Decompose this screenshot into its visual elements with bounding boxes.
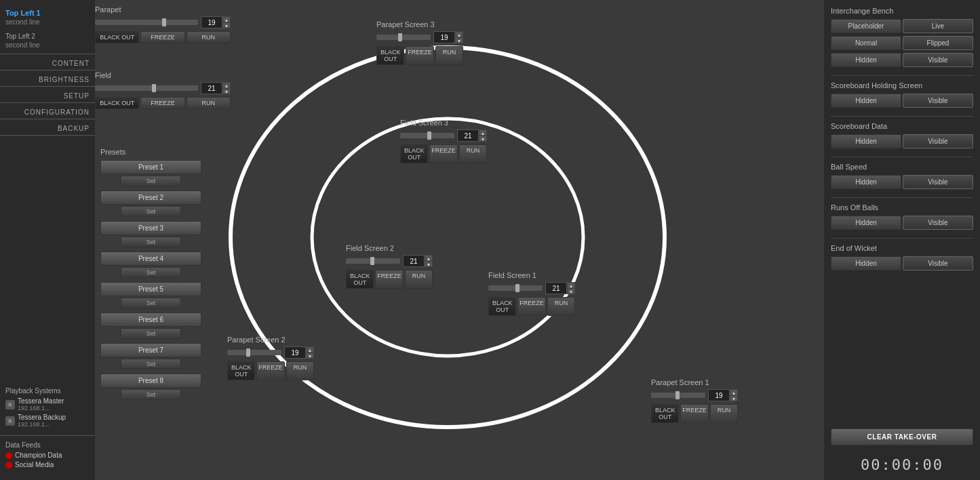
parapet-screen2-track[interactable] bbox=[227, 350, 281, 355]
setup-label[interactable]: SETUP bbox=[0, 88, 95, 101]
interchange-hidden-btn[interactable]: Hidden bbox=[831, 53, 901, 67]
field-screen3-black-out[interactable]: BLACK OUT bbox=[400, 144, 428, 163]
scoreboard-holding-visible-btn[interactable]: Visible bbox=[903, 94, 973, 108]
parapet-screen2-value-spin: 19 ▲ ▼ bbox=[284, 346, 314, 359]
field-screen2-value[interactable]: 21 bbox=[403, 255, 425, 267]
field-screen3-value[interactable]: 21 bbox=[457, 129, 479, 142]
parapet-screen1-spin-up[interactable]: ▲ bbox=[730, 389, 738, 395]
field-screen1-track[interactable] bbox=[488, 285, 543, 291]
parapet-screen1-spin-down[interactable]: ▼ bbox=[730, 395, 738, 401]
parapet-screen2-run[interactable]: RUN bbox=[286, 361, 314, 380]
runs-off-balls-visible-btn[interactable]: Visible bbox=[903, 216, 973, 230]
parapet-screen1-track[interactable] bbox=[651, 393, 705, 398]
parapet-screen3-spin-down[interactable]: ▼ bbox=[455, 37, 463, 43]
content-label[interactable]: CONTENT bbox=[0, 56, 95, 68]
field-screen1-value[interactable]: 21 bbox=[545, 282, 567, 294]
clear-takeover-btn[interactable]: CLEAR TAKE-OVER bbox=[831, 428, 973, 445]
field-screen2-spin-up[interactable]: ▲ bbox=[425, 255, 433, 261]
top-left-2-line2: second line bbox=[5, 41, 90, 49]
field-screen2-freeze[interactable]: FREEZE bbox=[375, 270, 404, 289]
interchange-flipped-btn[interactable]: Flipped bbox=[903, 36, 973, 50]
end-of-wicket-visible-btn[interactable]: Visible bbox=[903, 256, 973, 271]
playback-item-master: ▣ Tessera Master 192.168.1... bbox=[5, 397, 90, 412]
field-screen2-spin-down[interactable]: ▼ bbox=[425, 261, 433, 267]
parapet-screen2-btn-row: BLACK OUT FREEZE RUN bbox=[227, 361, 314, 380]
field-screen2-run[interactable]: RUN bbox=[405, 270, 433, 289]
interchange-bench-title: Interchange Bench bbox=[831, 7, 973, 15]
parapet-screen2-thumb[interactable] bbox=[246, 348, 250, 357]
parapet-screen1-value[interactable]: 19 bbox=[708, 389, 730, 401]
field-screen3-spin-down[interactable]: ▼ bbox=[479, 136, 487, 142]
field-screen1-section: Field Screen 1 21 ▲ ▼ BLACK OUT FREEZE R… bbox=[488, 271, 575, 319]
parapet-screen3-track[interactable] bbox=[376, 35, 431, 40]
field-screen2-thumb[interactable] bbox=[370, 257, 374, 265]
parapet-screen2-black-out[interactable]: BLACK OUT bbox=[227, 361, 255, 380]
parapet-screen3-run[interactable]: RUN bbox=[435, 46, 463, 65]
field-screen2-spinner[interactable]: ▲ ▼ bbox=[425, 255, 433, 267]
field-screen1-spin-down[interactable]: ▼ bbox=[567, 288, 575, 294]
field-screen2-track[interactable] bbox=[346, 258, 400, 264]
parapet-screen3-black-out[interactable]: BLACK OUT bbox=[376, 46, 404, 65]
parapet-screen3-spinner[interactable]: ▲ ▼ bbox=[455, 31, 463, 43]
parapet-screen3-value[interactable]: 19 bbox=[433, 31, 455, 43]
parapet-screen2-spin-down[interactable]: ▼ bbox=[306, 353, 314, 359]
parapet-screen2-spinner[interactable]: ▲ ▼ bbox=[306, 346, 314, 359]
field-screen3-title: Field Screen 3 bbox=[400, 119, 487, 127]
scoreboard-data-hidden-btn[interactable]: Hidden bbox=[831, 134, 901, 148]
field-screen1-spin-up[interactable]: ▲ bbox=[567, 282, 575, 288]
scoreboard-holding-title: Scoreboard Holding Screen bbox=[831, 81, 973, 89]
scoreboard-data-visible-btn[interactable]: Visible bbox=[903, 134, 973, 148]
stadium-svg bbox=[210, 20, 685, 454]
playback-systems: Playback Systems ▣ Tessera Master 192.16… bbox=[0, 383, 95, 434]
runs-off-balls-title: Runs Off Balls bbox=[831, 203, 973, 212]
playback-label: Playback Systems bbox=[5, 387, 90, 395]
parapet-screen1-black-out[interactable]: BLACK OUT bbox=[651, 404, 679, 423]
configuration-label[interactable]: CONFIGURATION bbox=[0, 104, 95, 117]
brightness-label[interactable]: BRIGHTNESS bbox=[0, 72, 95, 85]
field-screen3-section: Field Screen 3 21 ▲ ▼ BLACK OUT FREEZE R… bbox=[400, 119, 487, 166]
field-screen1-black-out[interactable]: BLACK OUT bbox=[488, 297, 516, 316]
interchange-live-btn[interactable]: Live bbox=[903, 19, 973, 33]
interchange-visible-btn[interactable]: Visible bbox=[903, 53, 973, 67]
scoreboard-holding-hidden-btn[interactable]: Hidden bbox=[831, 94, 901, 108]
backup-label[interactable]: BACKUP bbox=[0, 121, 95, 134]
parapet-screen2-value[interactable]: 19 bbox=[284, 346, 306, 359]
field-screen3-spin-up[interactable]: ▲ bbox=[479, 129, 487, 136]
interchange-normal-btn[interactable]: Normal bbox=[831, 36, 901, 50]
interchange-hidden-visible-row: Hidden Visible bbox=[831, 53, 973, 67]
field-screen3-spinner[interactable]: ▲ ▼ bbox=[479, 129, 487, 142]
field-screen2-title: Field Screen 2 bbox=[346, 244, 433, 252]
parapet-screen1-spinner[interactable]: ▲ ▼ bbox=[730, 389, 738, 401]
playback-name-backup: Tessera Backup bbox=[18, 414, 66, 421]
parapet-screen3-spin-up[interactable]: ▲ bbox=[455, 31, 463, 37]
parapet-screen1-freeze[interactable]: FREEZE bbox=[680, 404, 709, 423]
field-screen2-black-out[interactable]: BLACK OUT bbox=[346, 270, 374, 289]
field-screen3-track[interactable] bbox=[400, 133, 454, 138]
field-screen1-spinner[interactable]: ▲ ▼ bbox=[567, 282, 575, 294]
field-screen1-run[interactable]: RUN bbox=[547, 297, 575, 316]
field-screen1-value-spin: 21 ▲ ▼ bbox=[545, 282, 575, 294]
parapet-screen3-section: Parapet Screen 3 19 ▲ ▼ BLACK OUT FREEZE… bbox=[376, 20, 463, 68]
interchange-placeholder-btn[interactable]: Placeholder bbox=[831, 19, 901, 33]
parapet-screen3-freeze[interactable]: FREEZE bbox=[406, 46, 434, 65]
ball-speed-hidden-btn[interactable]: Hidden bbox=[831, 175, 901, 189]
parapet-screen3-thumb[interactable] bbox=[398, 33, 402, 41]
ball-speed-visible-btn[interactable]: Visible bbox=[903, 175, 973, 189]
runs-off-balls-hidden-btn[interactable]: Hidden bbox=[831, 216, 901, 230]
parapet-screen1-btn-row: BLACK OUT FREEZE RUN bbox=[651, 404, 738, 423]
field-screen3-run[interactable]: RUN bbox=[459, 144, 487, 163]
field-screen1-freeze[interactable]: FREEZE bbox=[517, 297, 546, 316]
parapet-screen1-title: Parapet Screen 1 bbox=[651, 378, 738, 386]
feed-name-champion: Champion Data bbox=[15, 452, 62, 459]
field-screen3-thumb[interactable] bbox=[427, 132, 431, 140]
parapet-screen1-thumb[interactable] bbox=[675, 391, 680, 399]
playback-icon-master: ▣ bbox=[5, 400, 15, 409]
parapet-screen2-freeze[interactable]: FREEZE bbox=[256, 361, 285, 380]
parapet-screen1-run[interactable]: RUN bbox=[710, 404, 738, 423]
end-of-wicket-hidden-btn[interactable]: Hidden bbox=[831, 256, 901, 271]
feed-social: Social Media bbox=[5, 461, 90, 468]
field-screen3-freeze[interactable]: FREEZE bbox=[429, 144, 458, 163]
parapet-screen2-spin-up[interactable]: ▲ bbox=[306, 346, 314, 353]
playback-name-master: Tessera Master bbox=[18, 397, 64, 405]
field-screen1-thumb[interactable] bbox=[515, 284, 520, 292]
